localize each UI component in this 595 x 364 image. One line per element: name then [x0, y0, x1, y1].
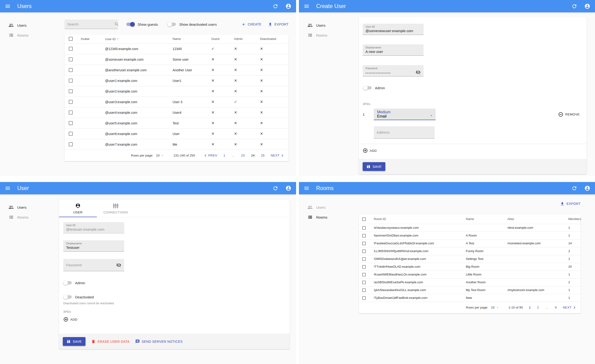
account-icon[interactable] — [584, 185, 590, 191]
refresh-icon[interactable] — [272, 3, 278, 9]
column-header-user-id[interactable]: User-ID↑ — [102, 35, 170, 43]
room-table-row[interactable]: !LLIMSSNHrhRjsdWNXsd:example.comFunny Ro… — [359, 247, 581, 255]
next-button[interactable]: NEXT — [563, 305, 577, 310]
sidebar-item-users[interactable]: Users — [299, 202, 358, 212]
save-button[interactable]: SAVE — [363, 162, 385, 171]
sidebar-item-rooms[interactable]: Rooms — [299, 30, 358, 40]
account-icon[interactable] — [285, 185, 291, 191]
show-guests-switch[interactable] — [126, 22, 135, 27]
prev-button[interactable]: PREV — [203, 153, 217, 158]
add-button[interactable]: ADD — [63, 317, 78, 322]
password-field[interactable]: Password — [63, 259, 124, 271]
row-checkbox[interactable] — [362, 265, 366, 269]
rows-per-page-select[interactable]: 10 — [156, 154, 164, 157]
column-header-alias[interactable]: Alias — [504, 214, 565, 224]
sidebar-item-users[interactable]: Users — [0, 202, 59, 212]
visibility-off-icon[interactable] — [416, 70, 421, 75]
search-input[interactable] — [67, 22, 114, 26]
sidebar-item-rooms[interactable]: Rooms — [299, 212, 358, 222]
show-deactivated-switch[interactable] — [167, 22, 176, 27]
row-checkbox[interactable] — [362, 273, 366, 276]
row-checkbox[interactable] — [69, 100, 73, 104]
select-all-checkbox[interactable] — [69, 37, 73, 41]
medium-select[interactable]: Medium Email — [374, 109, 436, 120]
user-table-row[interactable]: @user1:example.comUser1✕✕✕ — [64, 75, 289, 86]
page-link-2[interactable]: 2 — [537, 306, 539, 309]
hamburger-menu-icon[interactable] — [304, 185, 310, 191]
row-checkbox[interactable] — [69, 57, 73, 61]
add-button[interactable]: ADD — [363, 148, 377, 153]
column-header-members[interactable]: Members — [565, 214, 581, 224]
tab-user[interactable]: USER — [59, 200, 97, 217]
admin-switch[interactable] — [363, 85, 372, 90]
page-link-25[interactable]: 25 — [261, 154, 264, 157]
row-checkbox[interactable] — [362, 281, 366, 284]
row-checkbox[interactable] — [69, 47, 73, 51]
row-checkbox[interactable] — [69, 142, 73, 146]
room-table-row[interactable]: !eVasdacvxysewus:example.com#test:exampl… — [359, 224, 581, 231]
rows-per-page-select[interactable]: 10 — [491, 306, 499, 309]
admin-switch[interactable] — [63, 280, 72, 285]
displayname-field[interactable]: Displayname A new user — [363, 44, 424, 56]
visibility-off-icon[interactable] — [116, 262, 121, 268]
user-table-row[interactable]: @user7:example.comMe✕✕✕ — [64, 139, 289, 150]
user-table-row[interactable]: @user4:example.comUser4✕✕✕ — [64, 107, 289, 118]
column-header-admin[interactable]: Admin — [231, 35, 257, 43]
row-checkbox[interactable] — [69, 79, 73, 83]
create-button[interactable]: CREATE — [241, 22, 261, 27]
column-header-avatar[interactable]: Avatar — [78, 35, 102, 43]
hamburger-menu-icon[interactable] — [5, 3, 11, 9]
password-field[interactable]: Password ••••••••••••••••• — [363, 65, 424, 77]
user-id-field[interactable]: User-ID @somenewuser:example.com — [363, 24, 424, 35]
row-checkbox[interactable] — [362, 234, 366, 238]
room-table-row[interactable]: !TTnlslkHHweOLAD:example.comBig Room20 — [359, 263, 581, 271]
user-table-row[interactable]: @user3:example.comUser 3✕✓✕ — [64, 97, 289, 107]
address-field[interactable]: Address — [374, 126, 435, 139]
column-header-guest[interactable]: Guest — [208, 35, 231, 43]
sidebar-item-users[interactable]: Users — [0, 20, 59, 30]
deactivated-switch[interactable] — [63, 294, 72, 299]
page-link-1[interactable]: 1 — [223, 154, 225, 157]
account-icon[interactable] — [285, 3, 291, 9]
refresh-icon[interactable] — [272, 185, 278, 191]
erase-user-data-button[interactable]: ERASE USER DATA — [91, 339, 129, 344]
sidebar-item-rooms[interactable]: Rooms — [0, 212, 59, 222]
search-field[interactable] — [64, 20, 118, 29]
hamburger-menu-icon[interactable] — [304, 3, 310, 9]
column-header-room-id[interactable]: Room-ID — [370, 214, 462, 224]
send-server-notices-button[interactable]: SEND SERVER NOTICES — [135, 339, 183, 344]
column-header-name[interactable]: Name — [462, 214, 504, 224]
room-table-row[interactable]: !TyBasDmweIJdfFaeBmk:example.comNew1 — [359, 294, 581, 302]
export-button[interactable]: EXPORT — [268, 22, 289, 27]
user-table-row[interactable]: @anotheruser:example.comAnother User✕✕✕ — [64, 65, 289, 75]
room-table-row[interactable]: !OMSDsdweassllUUjjwe:example.comSettings… — [359, 255, 581, 263]
page-link-23[interactable]: 23 — [241, 154, 245, 157]
user-table-row[interactable]: @user6:example.comUser✕✕✕ — [64, 128, 289, 139]
user-table-row[interactable]: @user2:example.com✕✕✕ — [64, 86, 289, 97]
row-checkbox[interactable] — [362, 250, 366, 253]
sidebar-item-users[interactable]: Users — [299, 20, 358, 30]
remove-button[interactable]: REMOVE — [558, 112, 580, 117]
displayname-field[interactable]: Displayname Testuser — [63, 240, 124, 252]
next-button[interactable]: NEXT — [271, 153, 285, 158]
column-header-name[interactable]: Name — [170, 35, 208, 43]
row-checkbox[interactable] — [362, 288, 366, 292]
hamburger-menu-icon[interactable] — [5, 185, 11, 191]
row-checkbox[interactable] — [69, 121, 73, 125]
row-checkbox[interactable] — [362, 226, 366, 230]
user-table-row[interactable]: @12345:example.com12345✓✕✕ — [64, 43, 289, 54]
select-all-checkbox[interactable] — [362, 217, 366, 221]
user-table-row[interactable]: @user5:example.comTest✕✕✕ — [64, 118, 289, 128]
row-checkbox[interactable] — [362, 296, 366, 300]
row-checkbox[interactable] — [362, 257, 366, 261]
sidebar-item-rooms[interactable]: Rooms — [0, 30, 59, 40]
row-checkbox[interactable] — [69, 111, 73, 114]
room-table-row[interactable]: !ykAStwxasdwsKkxGILL:example.comMy Test … — [359, 286, 581, 294]
refresh-icon[interactable] — [571, 3, 577, 9]
account-icon[interactable] — [584, 3, 590, 9]
refresh-icon[interactable] — [571, 185, 577, 191]
room-table-row[interactable]: !asSBSlsdWEvaXwPk:example.comAnother Roo… — [359, 278, 581, 286]
page-link-9[interactable]: 9 — [555, 306, 557, 309]
row-checkbox[interactable] — [362, 242, 366, 245]
room-table-row[interactable]: !KuasNWEMasdHasLOs:example.comLittle Roo… — [359, 271, 581, 278]
